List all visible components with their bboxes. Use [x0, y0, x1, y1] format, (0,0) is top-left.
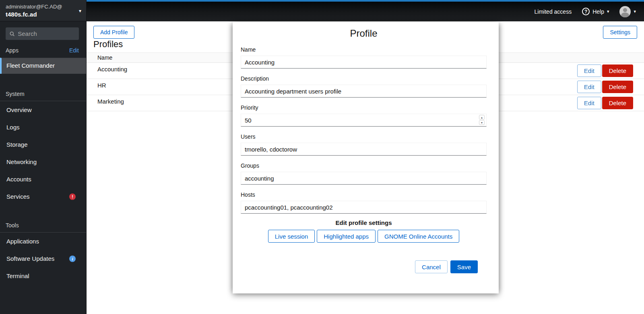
description-field[interactable]	[241, 85, 487, 98]
live-session-button[interactable]: Live session	[268, 230, 315, 243]
sidebar-item-label: Terminal	[6, 272, 29, 279]
chevron-down-icon[interactable]: ▼	[479, 120, 485, 125]
sidebar-item-label: Networking	[6, 158, 37, 165]
add-profile-button[interactable]: Add Profile	[93, 26, 134, 39]
modal-title: Profile	[241, 27, 487, 40]
limited-access-label: Limited access	[535, 8, 572, 15]
sidebar-item-applications[interactable]: Applications	[0, 233, 86, 250]
section-label-tools: Tools	[0, 218, 86, 233]
sidebar-item-services[interactable]: Services !	[0, 188, 86, 205]
hosts-field[interactable]	[241, 201, 487, 214]
sidebar-section-tools: Tools Applications Software Updates i Te…	[0, 218, 86, 285]
sidebar-item-storage[interactable]: Storage	[0, 136, 86, 153]
settings-button[interactable]: Settings	[603, 26, 637, 39]
sidebar-item-networking[interactable]: Networking	[0, 153, 86, 171]
name-field[interactable]	[241, 56, 487, 69]
section-label-system: System	[0, 87, 86, 101]
priority-field[interactable]	[241, 114, 487, 127]
sidebar-section-system: System Overview Logs Storage Networking …	[0, 87, 86, 205]
profile-name: Marketing	[97, 98, 124, 105]
apps-label: Apps	[6, 47, 19, 54]
sidebar-item-logs[interactable]: Logs	[0, 119, 86, 136]
sidebar-item-software-updates[interactable]: Software Updates i	[0, 250, 86, 267]
edit-button[interactable]: Edit	[577, 97, 601, 109]
profile-modal: Profile Name Description Priority ▲ ▼ Us…	[233, 22, 499, 293]
sidebar-item-accounts[interactable]: Accounts	[0, 171, 86, 188]
help-label: Help	[592, 8, 604, 15]
sidebar-item-label: Applications	[6, 238, 39, 245]
exclamation-icon: !	[69, 193, 76, 200]
groups-field[interactable]	[241, 172, 487, 185]
sidebar-item-label: Storage	[6, 141, 28, 148]
profile-name: Accounting	[97, 66, 127, 73]
sidebar-item-label: Overview	[6, 106, 32, 113]
search-input[interactable]	[18, 30, 75, 37]
info-icon: i	[69, 256, 76, 262]
groups-field-label: Groups	[241, 162, 487, 169]
sidebar-item-label: Logs	[6, 124, 20, 131]
help-menu[interactable]: ? Help ▾	[582, 8, 609, 15]
caret-down-icon: ▾	[634, 9, 636, 14]
sidebar: administrator@FC.AD@ t480s.fc.ad ▾ Apps …	[0, 0, 87, 314]
caret-down-icon[interactable]: ▾	[79, 8, 81, 14]
logged-in-user: administrator@FC.AD@	[6, 3, 80, 10]
edit-profile-settings-heading: Edit profile settings	[241, 219, 487, 226]
delete-button[interactable]: Delete	[602, 64, 633, 77]
edit-button[interactable]: Edit	[577, 81, 601, 93]
masthead: Limited access ? Help ▾ ▾	[87, 0, 644, 21]
edit-button[interactable]: Edit	[577, 64, 601, 77]
sidebar-item-overview[interactable]: Overview	[0, 101, 86, 119]
search-icon	[10, 31, 14, 37]
page-title: Profiles	[93, 39, 123, 50]
name-field-label: Name	[241, 46, 487, 53]
delete-button[interactable]: Delete	[602, 81, 633, 93]
profile-name: HR	[97, 82, 106, 89]
sidebar-item-label: Accounts	[6, 176, 31, 183]
sidebar-item-fleet-commander[interactable]: Fleet Commander	[0, 58, 86, 74]
caret-down-icon: ▾	[607, 9, 609, 14]
help-icon: ?	[582, 8, 590, 15]
apps-edit-link[interactable]: Edit	[69, 47, 79, 54]
users-field-label: Users	[241, 133, 487, 140]
priority-field-label: Priority	[241, 104, 487, 111]
hostname: t480s.fc.ad	[6, 10, 80, 18]
cancel-button[interactable]: Cancel	[415, 260, 448, 273]
priority-stepper: ▲ ▼	[479, 115, 485, 125]
sidebar-item-label: Software Updates	[6, 255, 54, 262]
highlighted-apps-button[interactable]: Highlighted apps	[317, 230, 376, 243]
sidebar-search[interactable]	[6, 27, 79, 40]
host-switcher[interactable]: administrator@FC.AD@ t480s.fc.ad ▾	[0, 0, 86, 21]
sidebar-item-terminal[interactable]: Terminal	[0, 267, 86, 285]
chevron-up-icon[interactable]: ▲	[479, 115, 485, 120]
description-field-label: Description	[241, 75, 487, 82]
gnome-online-accounts-button[interactable]: GNOME Online Accounts	[378, 230, 459, 243]
sidebar-item-label: Services	[6, 193, 30, 200]
delete-button[interactable]: Delete	[602, 97, 633, 109]
name-column-header: Name	[97, 54, 112, 61]
users-field[interactable]	[241, 143, 487, 156]
save-button[interactable]: Save	[450, 260, 478, 273]
hosts-field-label: Hosts	[241, 191, 487, 198]
avatar	[619, 6, 631, 17]
session-menu[interactable]: ▾	[619, 6, 636, 17]
